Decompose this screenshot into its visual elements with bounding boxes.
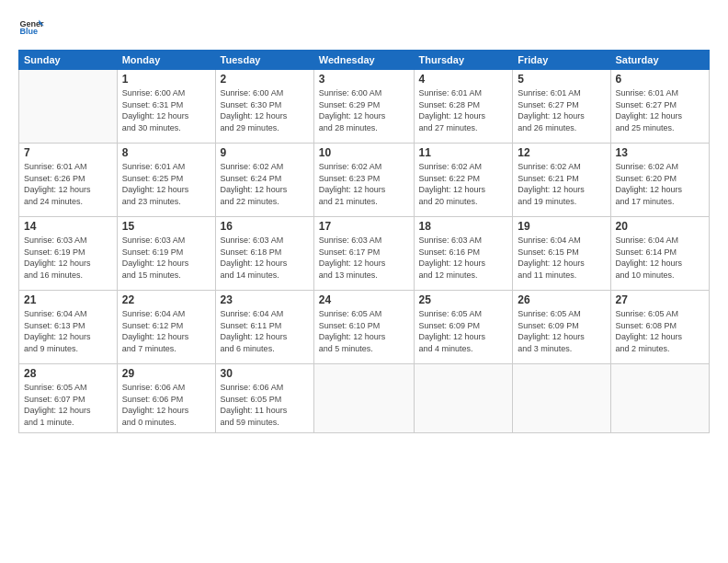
day-number: 3 [319,73,409,86]
day-info: Sunrise: 6:02 AM Sunset: 6:23 PM Dayligh… [319,161,409,207]
day-header-monday: Monday [117,51,215,70]
day-header-thursday: Thursday [414,51,513,70]
day-info: Sunrise: 6:03 AM Sunset: 6:17 PM Dayligh… [319,235,409,281]
day-info: Sunrise: 6:03 AM Sunset: 6:18 PM Dayligh… [221,235,309,281]
calendar-header-row: SundayMondayTuesdayWednesdayThursdayFrid… [19,51,710,70]
calendar-cell: 4Sunrise: 6:01 AM Sunset: 6:28 PM Daylig… [414,70,513,144]
calendar-cell: 14Sunrise: 6:03 AM Sunset: 6:19 PM Dayli… [19,217,118,291]
calendar-week-row: 7Sunrise: 6:01 AM Sunset: 6:26 PM Daylig… [19,144,710,217]
day-header-wednesday: Wednesday [313,51,414,70]
day-number: 15 [122,220,210,233]
day-info: Sunrise: 6:04 AM Sunset: 6:12 PM Dayligh… [122,308,210,354]
day-header-sunday: Sunday [19,51,118,70]
calendar-cell: 23Sunrise: 6:04 AM Sunset: 6:11 PM Dayli… [215,291,313,364]
calendar-cell: 18Sunrise: 6:03 AM Sunset: 6:16 PM Dayli… [414,217,513,291]
calendar-cell: 19Sunrise: 6:04 AM Sunset: 6:15 PM Dayli… [513,217,610,291]
day-number: 12 [518,146,605,159]
day-info: Sunrise: 6:01 AM Sunset: 6:28 PM Dayligh… [419,87,508,133]
calendar-cell [414,364,513,433]
day-info: Sunrise: 6:05 AM Sunset: 6:09 PM Dayligh… [419,308,508,354]
day-number: 4 [419,73,508,86]
calendar-cell: 25Sunrise: 6:05 AM Sunset: 6:09 PM Dayli… [414,291,513,364]
day-number: 10 [319,146,409,159]
day-info: Sunrise: 6:04 AM Sunset: 6:13 PM Dayligh… [24,308,112,354]
calendar-cell: 30Sunrise: 6:06 AM Sunset: 6:05 PM Dayli… [215,364,313,433]
day-header-friday: Friday [513,51,610,70]
day-number: 2 [221,73,309,86]
day-info: Sunrise: 6:01 AM Sunset: 6:26 PM Dayligh… [24,161,112,207]
day-number: 13 [616,146,705,159]
day-number: 27 [616,293,705,306]
day-info: Sunrise: 6:05 AM Sunset: 6:10 PM Dayligh… [319,308,409,354]
logo-icon: General Blue [18,15,44,40]
calendar-cell: 29Sunrise: 6:06 AM Sunset: 6:06 PM Dayli… [117,364,215,433]
calendar-cell: 1Sunrise: 6:00 AM Sunset: 6:31 PM Daylig… [117,70,215,144]
calendar-week-row: 14Sunrise: 6:03 AM Sunset: 6:19 PM Dayli… [19,217,710,291]
calendar-table: SundayMondayTuesdayWednesdayThursdayFrid… [18,50,710,433]
day-info: Sunrise: 6:01 AM Sunset: 6:27 PM Dayligh… [616,87,705,133]
day-info: Sunrise: 6:05 AM Sunset: 6:08 PM Dayligh… [616,308,705,354]
day-header-saturday: Saturday [610,51,710,70]
calendar-week-row: 1Sunrise: 6:00 AM Sunset: 6:31 PM Daylig… [19,70,710,144]
day-number: 1 [122,73,210,86]
day-number: 22 [122,293,210,306]
day-info: Sunrise: 6:04 AM Sunset: 6:11 PM Dayligh… [221,308,309,354]
calendar-cell: 22Sunrise: 6:04 AM Sunset: 6:12 PM Dayli… [117,291,215,364]
calendar-cell: 10Sunrise: 6:02 AM Sunset: 6:23 PM Dayli… [313,144,414,217]
calendar-cell: 15Sunrise: 6:03 AM Sunset: 6:19 PM Dayli… [117,217,215,291]
day-number: 25 [419,293,508,306]
day-number: 21 [24,293,112,306]
day-info: Sunrise: 6:00 AM Sunset: 6:31 PM Dayligh… [122,87,210,133]
day-number: 7 [24,146,112,159]
day-number: 14 [24,220,112,233]
day-info: Sunrise: 6:05 AM Sunset: 6:09 PM Dayligh… [518,308,605,354]
day-info: Sunrise: 6:01 AM Sunset: 6:27 PM Dayligh… [518,87,605,133]
day-header-tuesday: Tuesday [215,51,313,70]
day-info: Sunrise: 6:02 AM Sunset: 6:20 PM Dayligh… [616,161,705,207]
calendar-cell [513,364,610,433]
calendar-cell: 6Sunrise: 6:01 AM Sunset: 6:27 PM Daylig… [610,70,710,144]
day-number: 9 [221,146,309,159]
day-number: 18 [419,220,508,233]
day-number: 19 [518,220,605,233]
day-info: Sunrise: 6:02 AM Sunset: 6:21 PM Dayligh… [518,161,605,207]
calendar-cell: 11Sunrise: 6:02 AM Sunset: 6:22 PM Dayli… [414,144,513,217]
day-number: 29 [122,367,210,380]
logo: General Blue [18,15,44,40]
calendar-cell [610,364,710,433]
day-number: 6 [616,73,705,86]
day-info: Sunrise: 6:03 AM Sunset: 6:19 PM Dayligh… [24,235,112,281]
calendar-cell [19,70,118,144]
calendar-cell: 8Sunrise: 6:01 AM Sunset: 6:25 PM Daylig… [117,144,215,217]
day-info: Sunrise: 6:03 AM Sunset: 6:16 PM Dayligh… [419,235,508,281]
calendar-cell: 5Sunrise: 6:01 AM Sunset: 6:27 PM Daylig… [513,70,610,144]
calendar-cell: 28Sunrise: 6:05 AM Sunset: 6:07 PM Dayli… [19,364,118,433]
day-info: Sunrise: 6:02 AM Sunset: 6:22 PM Dayligh… [419,161,508,207]
calendar-cell: 13Sunrise: 6:02 AM Sunset: 6:20 PM Dayli… [610,144,710,217]
day-number: 24 [319,293,409,306]
calendar-cell: 27Sunrise: 6:05 AM Sunset: 6:08 PM Dayli… [610,291,710,364]
calendar-cell: 16Sunrise: 6:03 AM Sunset: 6:18 PM Dayli… [215,217,313,291]
day-number: 20 [616,220,705,233]
calendar-cell: 21Sunrise: 6:04 AM Sunset: 6:13 PM Dayli… [19,291,118,364]
calendar-week-row: 21Sunrise: 6:04 AM Sunset: 6:13 PM Dayli… [19,291,710,364]
calendar-cell: 7Sunrise: 6:01 AM Sunset: 6:26 PM Daylig… [19,144,118,217]
day-number: 16 [221,220,309,233]
day-info: Sunrise: 6:03 AM Sunset: 6:19 PM Dayligh… [122,235,210,281]
day-number: 17 [319,220,409,233]
day-number: 23 [221,293,309,306]
calendar-cell [313,364,414,433]
day-info: Sunrise: 6:01 AM Sunset: 6:25 PM Dayligh… [122,161,210,207]
page-header: General Blue [18,15,710,40]
day-number: 28 [24,367,112,380]
calendar-cell: 20Sunrise: 6:04 AM Sunset: 6:14 PM Dayli… [610,217,710,291]
calendar-cell: 12Sunrise: 6:02 AM Sunset: 6:21 PM Dayli… [513,144,610,217]
day-info: Sunrise: 6:00 AM Sunset: 6:30 PM Dayligh… [221,87,309,133]
calendar-cell: 9Sunrise: 6:02 AM Sunset: 6:24 PM Daylig… [215,144,313,217]
calendar-cell: 3Sunrise: 6:00 AM Sunset: 6:29 PM Daylig… [313,70,414,144]
day-number: 30 [221,367,309,380]
day-number: 8 [122,146,210,159]
day-info: Sunrise: 6:06 AM Sunset: 6:06 PM Dayligh… [122,382,210,428]
calendar-cell: 26Sunrise: 6:05 AM Sunset: 6:09 PM Dayli… [513,291,610,364]
day-info: Sunrise: 6:04 AM Sunset: 6:14 PM Dayligh… [616,235,705,281]
